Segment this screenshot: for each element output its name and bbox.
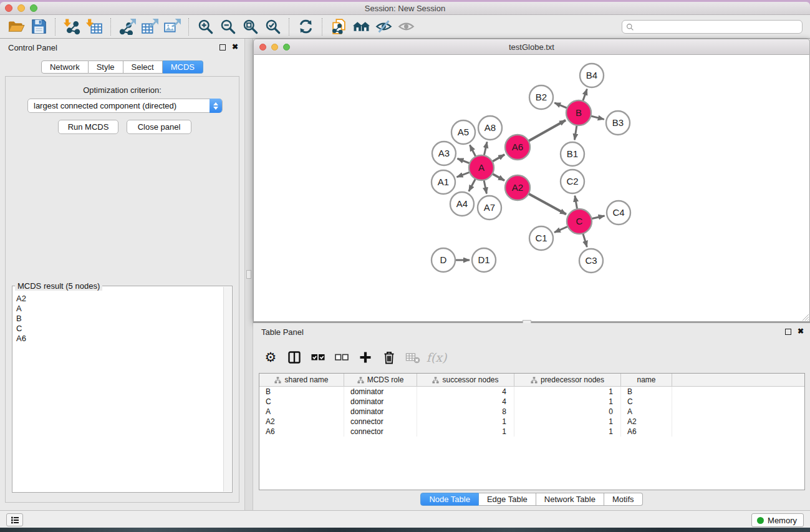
table-row[interactable]: A2connector11A2 [259, 417, 804, 427]
delete-column-button[interactable] [380, 348, 398, 367]
mcds-result-item[interactable]: A2 [16, 294, 223, 304]
cell-successor-nodes[interactable]: 1 [417, 427, 514, 437]
tab-network-table[interactable]: Network Table [536, 493, 604, 506]
add-column-button[interactable] [356, 348, 375, 367]
cell-mcds-role[interactable]: dominator [344, 407, 417, 417]
export-network-button[interactable] [116, 17, 138, 37]
node-A4[interactable]: A4 [450, 192, 474, 216]
cell-name[interactable]: A [621, 407, 672, 417]
column-header-predecessor-nodes[interactable]: predecessor nodes [514, 374, 621, 386]
tab-motifs[interactable]: Motifs [604, 493, 643, 506]
cell-name[interactable]: A2 [621, 417, 672, 427]
mcds-result-item[interactable]: B [16, 314, 223, 324]
column-header-name[interactable]: name [621, 374, 672, 386]
node-B3[interactable]: B3 [606, 111, 630, 135]
node-C2[interactable]: C2 [561, 170, 584, 193]
close-panel-icon[interactable]: ✖ [798, 327, 804, 336]
search-input[interactable] [637, 21, 802, 32]
cell-shared-name[interactable]: C [259, 397, 344, 407]
cell-shared-name[interactable]: A6 [259, 427, 344, 437]
mcds-result-item[interactable]: A [16, 304, 223, 314]
export-table-button[interactable] [138, 17, 161, 37]
node-A8[interactable]: A8 [478, 116, 502, 140]
cell-shared-name[interactable]: A [259, 407, 344, 417]
tab-select[interactable]: Select [123, 60, 163, 74]
memory-button[interactable]: Memory [751, 513, 804, 527]
cell-name[interactable]: B [621, 387, 672, 397]
refresh-view-button[interactable] [294, 17, 317, 37]
column-header-shared-name[interactable]: shared name [259, 374, 344, 386]
zoom-fit-button[interactable] [239, 17, 261, 37]
deselect-all-button[interactable] [332, 348, 351, 367]
tab-node-table[interactable]: Node Table [420, 493, 479, 506]
export-image-button[interactable] [161, 17, 183, 37]
cell-shared-name[interactable]: B [259, 387, 344, 397]
close-panel-icon[interactable]: ✖ [232, 42, 238, 51]
mcds-result-item[interactable]: C [16, 324, 223, 334]
node-C1[interactable]: C1 [529, 226, 553, 250]
tab-style[interactable]: Style [89, 60, 123, 74]
cell-mcds-role[interactable]: connector [344, 417, 417, 427]
cell-predecessor-nodes[interactable]: 1 [514, 387, 621, 397]
network-canvas[interactable]: B4B2BB3A8A5A6A3B1AC2A1A2A4A7C4CC1DD1C3 [253, 55, 810, 322]
tab-edge-table[interactable]: Edge Table [479, 493, 536, 506]
node-C3[interactable]: C3 [579, 249, 603, 273]
network-window-titlebar[interactable]: testGlobe.txt [253, 39, 810, 55]
node-A1[interactable]: A1 [432, 170, 455, 194]
column-header-mcds-role[interactable]: MCDS role [344, 374, 417, 386]
cell-successor-nodes[interactable]: 1 [417, 417, 514, 427]
import-network-button[interactable] [60, 17, 83, 37]
cell-predecessor-nodes[interactable]: 1 [514, 417, 621, 427]
table-row[interactable]: Bdominator41B [259, 387, 804, 397]
window-resize-grip[interactable] [801, 312, 809, 321]
hide-selected-button[interactable] [372, 17, 395, 37]
first-neighbors-button[interactable] [350, 17, 372, 37]
node-D1[interactable]: D1 [472, 248, 496, 272]
node-B2[interactable]: B2 [529, 85, 553, 109]
save-session-button[interactable] [27, 17, 50, 37]
node-A[interactable]: A [469, 155, 494, 180]
cell-predecessor-nodes[interactable]: 1 [514, 397, 621, 407]
float-panel-icon[interactable] [785, 329, 791, 335]
node-C[interactable]: C [567, 209, 592, 234]
node-B[interactable]: B [566, 100, 591, 125]
zoom-in-button[interactable] [194, 17, 216, 37]
table-row[interactable]: Cdominator41C [259, 397, 804, 407]
zoom-out-button[interactable] [216, 17, 239, 37]
zoom-selected-button[interactable] [261, 17, 284, 37]
column-header-successor-nodes[interactable]: successor nodes [417, 374, 514, 386]
cell-mcds-role[interactable]: dominator [344, 397, 417, 407]
cell-successor-nodes[interactable]: 4 [417, 387, 514, 397]
cell-predecessor-nodes[interactable]: 1 [514, 427, 621, 437]
search-box[interactable] [622, 20, 803, 34]
cell-successor-nodes[interactable]: 4 [417, 397, 514, 407]
node-D[interactable]: D [432, 248, 455, 272]
tab-mcds[interactable]: MCDS [163, 60, 203, 74]
criterion-dropdown[interactable]: largest connected component (directed) [27, 99, 223, 113]
table-row[interactable]: Adominator80A [259, 407, 804, 417]
cell-successor-nodes[interactable]: 8 [417, 407, 514, 417]
mcds-result-item[interactable]: A6 [16, 334, 223, 344]
run-mcds-button[interactable]: Run MCDS [58, 120, 118, 134]
table-mode-button[interactable]: ⚙ [261, 348, 280, 367]
result-scrollbar[interactable] [223, 287, 231, 491]
node-A5[interactable]: A5 [451, 120, 475, 144]
task-history-button[interactable] [6, 513, 23, 526]
duplicate-network-button[interactable] [327, 17, 350, 37]
vertical-split-divider[interactable] [244, 39, 253, 510]
cell-mcds-role[interactable]: dominator [344, 387, 417, 397]
node-A6[interactable]: A6 [505, 135, 530, 160]
node-C4[interactable]: C4 [607, 201, 630, 225]
tab-network[interactable]: Network [41, 60, 89, 74]
select-all-button[interactable] [309, 348, 327, 367]
show-all-button[interactable] [395, 17, 417, 37]
cell-predecessor-nodes[interactable]: 0 [514, 407, 621, 417]
table-row[interactable]: A6connector11A6 [259, 427, 804, 437]
node-A7[interactable]: A7 [478, 196, 501, 220]
divider-grip[interactable] [246, 270, 251, 279]
node-A2[interactable]: A2 [505, 175, 530, 200]
cell-shared-name[interactable]: A2 [259, 417, 344, 427]
open-session-button[interactable] [5, 17, 27, 37]
cell-name[interactable]: C [621, 397, 672, 407]
cell-name[interactable]: A6 [621, 427, 672, 437]
